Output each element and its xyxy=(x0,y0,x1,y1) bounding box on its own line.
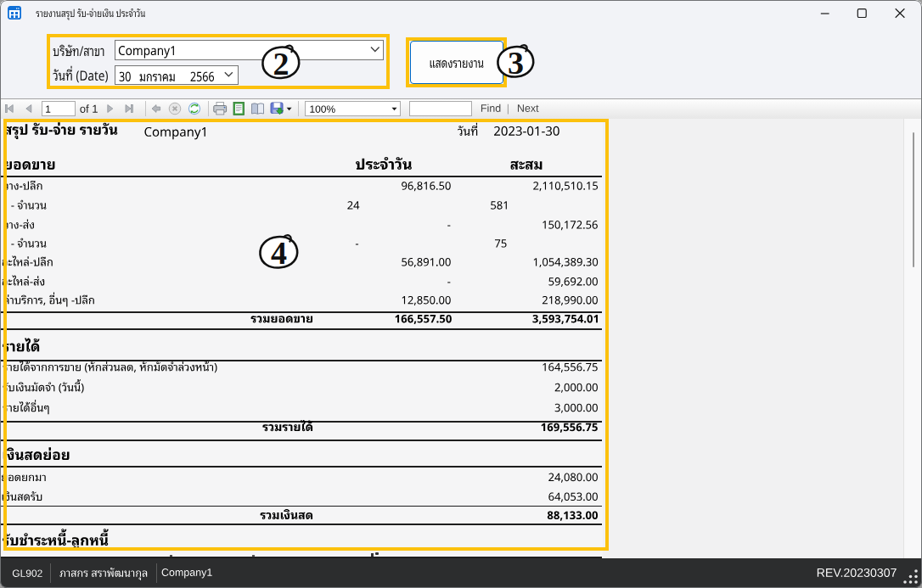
svg-text:4: 4 xyxy=(271,235,287,271)
svg-text:2: 2 xyxy=(273,46,290,81)
svg-text:3: 3 xyxy=(508,45,524,81)
